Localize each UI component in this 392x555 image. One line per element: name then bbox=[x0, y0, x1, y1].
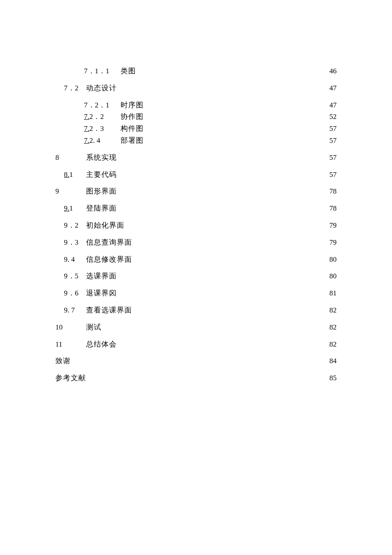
toc-entry-title: 构件图 bbox=[121, 124, 144, 134]
toc-entry-title: 部署图 bbox=[121, 136, 144, 146]
toc-entry-page: 57 bbox=[329, 170, 337, 180]
toc-entry-page: 57 bbox=[329, 136, 337, 146]
toc-entry-page: 79 bbox=[329, 237, 337, 248]
toc-entry-page: 84 bbox=[329, 356, 337, 366]
toc-entry: 11总结体会 82 bbox=[55, 339, 337, 350]
toc-entry-number: 7.2. 4 bbox=[84, 136, 121, 146]
toc-entry: 9．2初始化界面 79 bbox=[55, 220, 337, 231]
toc-entry-title: 总结体会 bbox=[86, 339, 117, 350]
toc-entry: 7．2．1时序图47 bbox=[55, 100, 337, 110]
toc-entry: 7.2．3构件图57 bbox=[55, 124, 337, 134]
toc-entry-page: 47 bbox=[329, 100, 337, 110]
toc-entry-page: 82 bbox=[329, 322, 337, 332]
toc-entry: 9．5选课界面 80 bbox=[55, 271, 337, 281]
toc-entry-number: 9 bbox=[55, 186, 86, 197]
toc-entry: 9. 7查看选课界面 82 bbox=[55, 305, 337, 315]
toc-entry-page: 57 bbox=[329, 124, 337, 134]
toc-entry-page: 78 bbox=[329, 186, 337, 197]
toc-entry-number: 9．2 bbox=[64, 220, 86, 231]
toc-entry-title: 测试 bbox=[86, 322, 101, 332]
toc-entry-page: 52 bbox=[329, 112, 337, 122]
toc-entry-title: 主要代码 bbox=[86, 170, 117, 180]
toc-entry-number: 8.1 bbox=[64, 170, 86, 180]
toc-entry-number: 7.2．2 bbox=[84, 112, 121, 122]
toc-entry: 9.1登陆界面 78 bbox=[55, 203, 337, 214]
toc-entry-number: 9. 7 bbox=[64, 305, 86, 315]
toc-entry: 7.2. 4部署图57 bbox=[55, 136, 337, 146]
toc-entry: 9图形界面 78 bbox=[55, 186, 337, 197]
toc-entry: 7．2动态设计 47 bbox=[55, 83, 337, 93]
toc-entry-page: 82 bbox=[329, 339, 337, 350]
toc-entry-page: 82 bbox=[329, 305, 337, 315]
toc-entry-title: 致谢 bbox=[55, 356, 71, 366]
toc-entry-title: 类图 bbox=[121, 66, 136, 76]
toc-entry-title: 信息查询界面 bbox=[86, 237, 132, 248]
toc-entry-page: 80 bbox=[329, 254, 337, 265]
toc-entry: 参考文献85 bbox=[55, 373, 337, 383]
table-of-contents: 7．1．1类图467．2动态设计 477．2．1时序图477.2．2协作图527… bbox=[55, 66, 337, 383]
toc-entry-title: 动态设计 bbox=[86, 83, 117, 93]
toc-entry-number: 9．5 bbox=[64, 271, 86, 281]
toc-entry: 8.1主要代码 57 bbox=[55, 170, 337, 180]
toc-entry: 9. 4信息修改界面 80 bbox=[55, 254, 337, 265]
toc-entry-number: 9. 4 bbox=[64, 254, 86, 265]
toc-entry-number: 7．2．1 bbox=[84, 100, 121, 110]
toc-entry-page: 85 bbox=[329, 373, 337, 383]
toc-entry-title: 图形界面 bbox=[86, 186, 117, 197]
toc-entry-number: 7．1．1 bbox=[84, 66, 121, 76]
toc-entry-page: 78 bbox=[329, 203, 337, 214]
toc-entry-number: 7．2 bbox=[64, 83, 86, 93]
toc-entry: 10测试 82 bbox=[55, 322, 337, 332]
toc-entry-number: 9．3 bbox=[64, 237, 86, 248]
toc-entry: 9．6退课界囟 81 bbox=[55, 288, 337, 298]
toc-entry-number: 10 bbox=[55, 322, 86, 332]
toc-entry-number: 11 bbox=[55, 339, 86, 350]
toc-entry: 7.2．2协作图52 bbox=[55, 112, 337, 122]
toc-entry-page: 80 bbox=[329, 271, 337, 281]
toc-entry: 致谢84 bbox=[55, 356, 337, 366]
toc-entry: 8系统实现 57 bbox=[55, 153, 337, 163]
toc-entry: 7．1．1类图46 bbox=[55, 66, 337, 76]
toc-entry-title: 登陆界面 bbox=[86, 203, 117, 214]
toc-entry-title: 退课界囟 bbox=[86, 288, 117, 298]
toc-entry-page: 79 bbox=[329, 220, 337, 231]
toc-entry-page: 81 bbox=[329, 288, 337, 298]
toc-entry-number: 7.2．3 bbox=[84, 124, 121, 134]
toc-entry-title: 查看选课界面 bbox=[86, 305, 132, 315]
toc-entry-number: 9.1 bbox=[64, 203, 86, 214]
toc-entry-title: 选课界面 bbox=[86, 271, 117, 281]
toc-entry-title: 信息修改界面 bbox=[86, 254, 132, 265]
toc-entry-title: 协作图 bbox=[121, 112, 144, 122]
toc-entry-number: 9．6 bbox=[64, 288, 86, 298]
toc-entry-page: 46 bbox=[329, 66, 337, 76]
toc-entry-number: 8 bbox=[55, 153, 86, 163]
toc-entry-title: 参考文献 bbox=[55, 373, 86, 383]
toc-entry-title: 系统实现 bbox=[86, 153, 117, 163]
toc-entry-page: 57 bbox=[329, 153, 337, 163]
toc-entry-page: 47 bbox=[329, 83, 337, 93]
toc-entry-title: 初始化界面 bbox=[86, 220, 124, 231]
toc-entry-title: 时序图 bbox=[121, 100, 144, 110]
toc-entry: 9．3信息查询界面 79 bbox=[55, 237, 337, 248]
